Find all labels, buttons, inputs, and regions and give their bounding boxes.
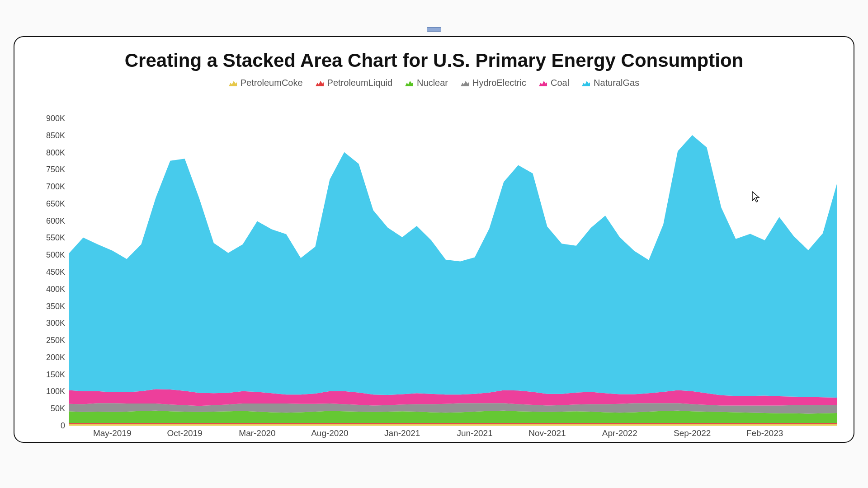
- legend-item-coal[interactable]: Coal: [539, 78, 569, 88]
- x-tick-label: Feb-2023: [746, 428, 783, 438]
- stacked-area-svg[interactable]: [69, 118, 837, 426]
- legend-item-petroleumcoke[interactable]: PetroleumCoke: [229, 78, 303, 88]
- y-tick-label: 100K: [37, 387, 65, 396]
- legend-swatch-icon: [229, 80, 237, 86]
- legend-swatch-icon: [461, 80, 469, 86]
- y-axis-ticks: 050K100K150K200K250K300K350K400K450K500K…: [37, 118, 69, 426]
- legend-item-petroleumliquid[interactable]: PetroleumLiquid: [316, 78, 393, 88]
- y-tick-label: 0: [37, 421, 65, 431]
- y-tick-label: 550K: [37, 233, 65, 243]
- x-axis-ticks: May-2019Oct-2019Mar-2020Aug-2020Jan-2021…: [69, 426, 837, 444]
- chart-title: Creating a Stacked Area Chart for U.S. P…: [14, 50, 854, 71]
- legend-item-hydroelectric[interactable]: HydroElectric: [461, 78, 526, 88]
- legend-swatch-icon: [316, 80, 324, 86]
- y-tick-label: 250K: [37, 336, 65, 345]
- x-tick-label: Sep-2022: [674, 428, 711, 438]
- y-tick-label: 50K: [37, 404, 65, 413]
- y-tick-label: 600K: [37, 216, 65, 225]
- x-tick-label: Nov-2021: [528, 428, 566, 438]
- legend-swatch-icon: [582, 80, 590, 86]
- y-tick-label: 900K: [37, 114, 65, 123]
- legend-label: HydroElectric: [472, 78, 526, 88]
- x-tick-label: Oct-2019: [167, 428, 203, 438]
- x-tick-label: Jan-2021: [384, 428, 420, 438]
- y-tick-label: 500K: [37, 250, 65, 260]
- legend-swatch-icon: [539, 80, 547, 86]
- area-series-petroleumliquid[interactable]: [69, 423, 837, 424]
- legend-swatch-icon: [405, 80, 413, 86]
- x-tick-label: May-2019: [93, 428, 132, 438]
- x-tick-label: Apr-2022: [602, 428, 637, 438]
- y-tick-label: 850K: [37, 131, 65, 140]
- resize-handle[interactable]: [427, 27, 441, 32]
- legend-label: PetroleumCoke: [241, 78, 303, 88]
- y-tick-label: 700K: [37, 182, 65, 192]
- y-tick-label: 350K: [37, 301, 65, 311]
- y-tick-label: 450K: [37, 267, 65, 277]
- legend-item-nuclear[interactable]: Nuclear: [405, 78, 448, 88]
- chart-card: Creating a Stacked Area Chart for U.S. P…: [14, 36, 854, 443]
- y-tick-label: 200K: [37, 352, 65, 362]
- y-tick-label: 650K: [37, 199, 65, 208]
- y-tick-label: 400K: [37, 284, 65, 294]
- area-series-naturalgas[interactable]: [69, 135, 837, 398]
- legend-item-naturalgas[interactable]: NaturalGas: [582, 78, 639, 88]
- plot-area: 050K100K150K200K250K300K350K400K450K500K…: [37, 118, 837, 426]
- x-tick-label: Jun-2021: [457, 428, 492, 438]
- legend-label: PetroleumLiquid: [327, 78, 393, 88]
- legend: PetroleumCokePetroleumLiquidNuclearHydro…: [14, 78, 854, 88]
- y-tick-label: 150K: [37, 370, 65, 379]
- legend-label: NaturalGas: [594, 78, 639, 88]
- legend-label: Coal: [551, 78, 569, 88]
- legend-label: Nuclear: [417, 78, 448, 88]
- x-tick-label: Mar-2020: [239, 428, 275, 438]
- y-tick-label: 750K: [37, 165, 65, 174]
- x-tick-label: Aug-2020: [311, 428, 348, 438]
- y-tick-label: 800K: [37, 148, 65, 157]
- y-tick-label: 300K: [37, 319, 65, 328]
